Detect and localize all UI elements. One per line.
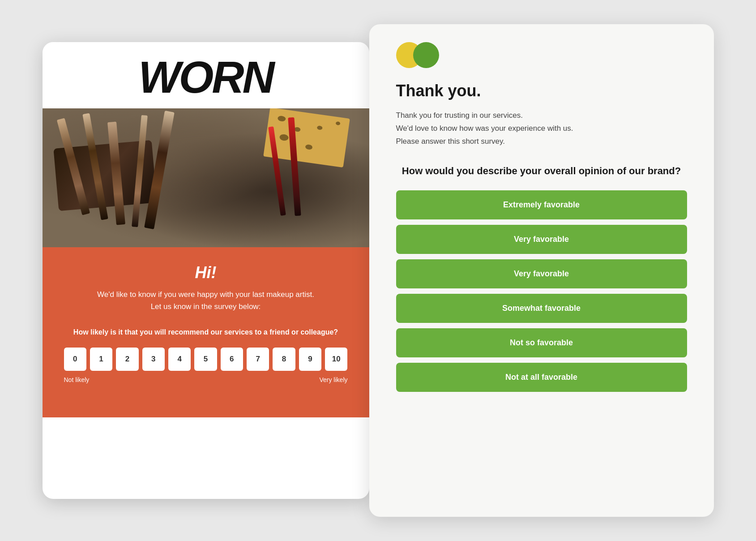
nps-7[interactable]: 7: [247, 348, 269, 371]
worn-subtext: We'd like to know if you were happy with…: [64, 288, 348, 313]
option-somewhat-favorable[interactable]: Somewhat favorable: [396, 294, 687, 323]
worn-logo-area: WORN: [43, 42, 369, 108]
nps-3[interactable]: 3: [142, 348, 165, 371]
survey-question: How would you describe your overall opin…: [396, 164, 687, 178]
option-very-favorable-2[interactable]: Very favorable: [396, 259, 687, 288]
nps-0[interactable]: 0: [64, 348, 86, 371]
survey-header: [369, 24, 714, 77]
worn-hero-image: [43, 108, 369, 247]
nps-labels: Not likely Very likely: [64, 376, 348, 383]
worn-greeting: Hi!: [64, 263, 348, 282]
nps-8[interactable]: 8: [273, 348, 295, 371]
option-not-so-favorable[interactable]: Not so favorable: [396, 328, 687, 357]
survey-options: Extremely favorable Very favorable Very …: [396, 190, 687, 392]
survey-body: Thank you. Thank you for trusting in our…: [369, 77, 714, 405]
circle-green: [413, 42, 439, 68]
survey-description: Thank you for trusting in our services. …: [396, 109, 687, 148]
nps-label-left: Not likely: [64, 376, 90, 383]
nps-scale: 0 1 2 3 4 5 6 7 8 9 10: [64, 348, 348, 371]
nps-5[interactable]: 5: [194, 348, 217, 371]
nps-2[interactable]: 2: [116, 348, 138, 371]
logo-circles: [396, 42, 439, 68]
option-not-at-all-favorable[interactable]: Not at all favorable: [396, 363, 687, 392]
option-extremely-favorable[interactable]: Extremely favorable: [396, 190, 687, 219]
worn-logo: WORN: [51, 55, 360, 99]
survey-thank-you-title: Thank you.: [396, 82, 687, 100]
worn-card: WORN Hi! We'd like to know i: [43, 42, 369, 499]
survey-card: Thank you. Thank you for trusting in our…: [369, 24, 714, 517]
nps-10[interactable]: 10: [325, 348, 347, 371]
nps-label-right: Very likely: [319, 376, 347, 383]
nps-6[interactable]: 6: [221, 348, 243, 371]
worn-bottom-section: Hi! We'd like to know if you were happy …: [43, 247, 369, 417]
option-very-favorable-1[interactable]: Very favorable: [396, 225, 687, 254]
nps-1[interactable]: 1: [90, 348, 112, 371]
nps-4[interactable]: 4: [168, 348, 191, 371]
nps-9[interactable]: 9: [299, 348, 321, 371]
worn-nps-question: How likely is it that you will recommend…: [64, 327, 348, 338]
